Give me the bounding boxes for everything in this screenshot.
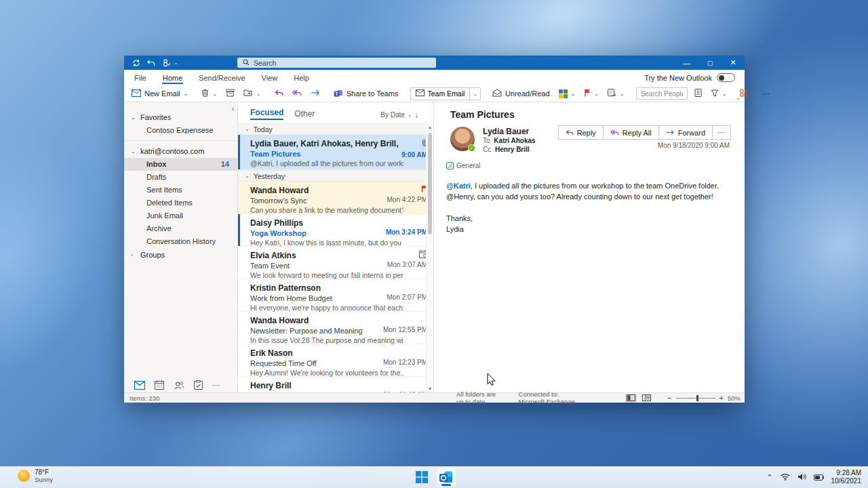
group-header-today[interactable]: ⌄ Today [238, 123, 433, 135]
folder-inbox[interactable]: Inbox 14 [124, 158, 237, 171]
favorite-contoso-expensese[interactable]: Contoso Expensese [124, 124, 237, 137]
sender-avatar[interactable]: ✓ [450, 127, 475, 151]
move-to-button[interactable]: ⌄ [241, 87, 263, 100]
categorize-button[interactable]: ⌄ [557, 88, 578, 100]
taskbar-clock[interactable]: 9:28 AM 10/6/2021 [831, 469, 862, 485]
people-module-icon[interactable] [174, 381, 184, 390]
filter-email-button[interactable]: ⌄ [709, 88, 729, 100]
share-to-teams-button[interactable]: T Share to Teams [332, 87, 401, 100]
folder-deleted-items[interactable]: Deleted Items [124, 197, 237, 209]
ribbon-collapse-icon[interactable]: ⌄ [736, 95, 741, 101]
folder-junk-email[interactable]: Junk Email [124, 209, 237, 222]
email-subject: Team Pictures [445, 109, 731, 120]
zoom-slider-thumb[interactable] [696, 395, 698, 401]
favorites-header[interactable]: ⌄ Favorites [124, 110, 237, 124]
more-commands-button[interactable]: ⋯ [760, 88, 772, 100]
battery-icon[interactable] [814, 471, 824, 483]
archive-button[interactable] [224, 87, 237, 100]
menu-view[interactable]: View [261, 71, 279, 84]
pen-mode-icon[interactable] [162, 58, 171, 67]
email-item-yoga-workshop[interactable]: Daisy Phillips Yoga Workshop Hey Katri, … [238, 214, 433, 247]
menu-help[interactable]: Help [293, 71, 310, 84]
minimize-button[interactable]: — [675, 56, 698, 70]
new-outlook-toggle[interactable] [717, 73, 735, 82]
folder-archive[interactable]: Archive [124, 222, 237, 235]
quick-step-team-email[interactable]: Team Email ⌄ [410, 87, 481, 100]
email-item-team-event[interactable]: Elvia Atkins Team Event We look forward … [238, 247, 433, 279]
collapse-folder-pane-icon[interactable]: ‹ [232, 105, 234, 113]
scroll-down-icon[interactable]: ▼ [427, 386, 433, 391]
reading-view-button[interactable] [641, 394, 652, 403]
scrollbar-thumb[interactable] [428, 133, 432, 235]
quick-steps-dropdown-icon[interactable]: ⌄ [469, 88, 480, 100]
menu-send-receive[interactable]: Send/Receive [198, 71, 246, 84]
maximize-button[interactable]: ▢ [698, 56, 722, 70]
delete-button[interactable]: ⌄ [199, 87, 219, 100]
new-email-button[interactable]: New Email⌄ [130, 88, 190, 100]
zoom-in-button[interactable]: + [719, 394, 724, 402]
email-item-tomorrows-sync[interactable]: Wanda Howard Tomorrow's Sync Can you sha… [238, 182, 433, 214]
to-recipient[interactable]: Katri Ahokas [494, 137, 535, 144]
send-receive-icon[interactable] [132, 59, 140, 67]
groups-header[interactable]: › Groups [124, 248, 237, 262]
mention-katri[interactable]: @Katri [446, 182, 471, 190]
scroll-up-icon[interactable]: ▲ [427, 125, 433, 129]
sender-name[interactable]: Lydia Bauer [483, 127, 536, 136]
forward-icon [666, 129, 675, 136]
taskbar-weather-widget[interactable]: 78°F Sunny [18, 468, 53, 483]
volume-icon[interactable] [797, 471, 806, 483]
mail-module-icon[interactable] [134, 381, 145, 390]
rules-button[interactable]: ⌄ [606, 87, 627, 100]
reply-button[interactable]: Reply [558, 125, 604, 140]
group-header-yesterday[interactable]: ⌄ Yesterday [238, 170, 433, 182]
cc-recipient[interactable]: Henry Brill [495, 146, 530, 153]
chevron-down-icon: ⌄ [408, 112, 412, 118]
folder-drafts[interactable]: Drafts [124, 171, 237, 184]
folder-sent-items[interactable]: Sent Items [124, 184, 237, 197]
tab-other[interactable]: Other [294, 109, 315, 120]
sensitivity-label[interactable]: General [445, 162, 731, 169]
reply-icon [566, 129, 574, 136]
sort-direction-icon[interactable]: ↓ [415, 110, 419, 119]
zoom-slider[interactable] [676, 398, 715, 399]
email-item-newsletter[interactable]: Wanda Howard Newsletter: Purpose and Mea… [238, 312, 433, 344]
quick-access-dropdown-icon[interactable]: ⌄ [174, 60, 178, 66]
zoom-out-button[interactable]: − [667, 394, 671, 402]
start-button[interactable] [412, 468, 431, 487]
search-people-input[interactable] [636, 87, 688, 100]
reply-all-icon [610, 129, 619, 136]
more-actions-button[interactable]: ⋯ [712, 125, 731, 140]
reply-button[interactable] [273, 88, 285, 100]
close-button[interactable]: ✕ [722, 56, 745, 70]
zoom-level[interactable]: 50% [728, 394, 741, 402]
wifi-icon[interactable] [781, 471, 790, 483]
account-header[interactable]: ⌄ katri@contoso.com [124, 144, 237, 158]
email-item-project-update[interactable]: Henry Brill Project Update Mon 11:46 AM [238, 377, 433, 392]
undo-icon[interactable] [147, 59, 155, 67]
follow-up-button[interactable]: ⌄ [582, 87, 601, 100]
tab-focused[interactable]: Focused [250, 108, 283, 120]
email-item-work-from-home-budget[interactable]: Kristin Patternson Work from Home Budget… [238, 279, 433, 312]
tasks-module-icon[interactable] [194, 380, 203, 390]
taskbar-outlook-button[interactable] [437, 468, 456, 487]
reply-all-button[interactable] [290, 88, 304, 100]
address-book-icon [694, 89, 702, 98]
search-box[interactable] [237, 58, 436, 68]
email-item-requested-time-off[interactable]: Erik Nason Requested Time Off Hey Alumni… [238, 344, 433, 377]
address-book-button[interactable] [692, 87, 704, 100]
message-list-scrollbar[interactable]: ▲ ▼ [426, 123, 433, 392]
search-input[interactable] [254, 59, 431, 67]
forward-button[interactable] [309, 88, 322, 99]
reply-all-button[interactable]: Reply All [603, 125, 659, 140]
sort-by-date[interactable]: By Date ⌄ ↓ [380, 110, 418, 119]
normal-view-button[interactable] [625, 394, 637, 403]
email-item-team-pictures[interactable]: Lydia Bauer, Katri Ahokas, Henry Brill, … [238, 135, 433, 170]
show-hidden-icons-button[interactable]: ⌃ [766, 473, 772, 482]
menu-home[interactable]: Home [162, 71, 183, 84]
calendar-module-icon[interactable] [155, 380, 164, 390]
menu-file[interactable]: File [134, 71, 147, 84]
unread-read-button[interactable]: Unread/Read [490, 87, 551, 100]
forward-button[interactable]: Forward [658, 125, 713, 140]
folder-conversation-history[interactable]: Conversation History [124, 235, 237, 248]
more-modules-icon[interactable]: ⋯ [212, 381, 220, 390]
